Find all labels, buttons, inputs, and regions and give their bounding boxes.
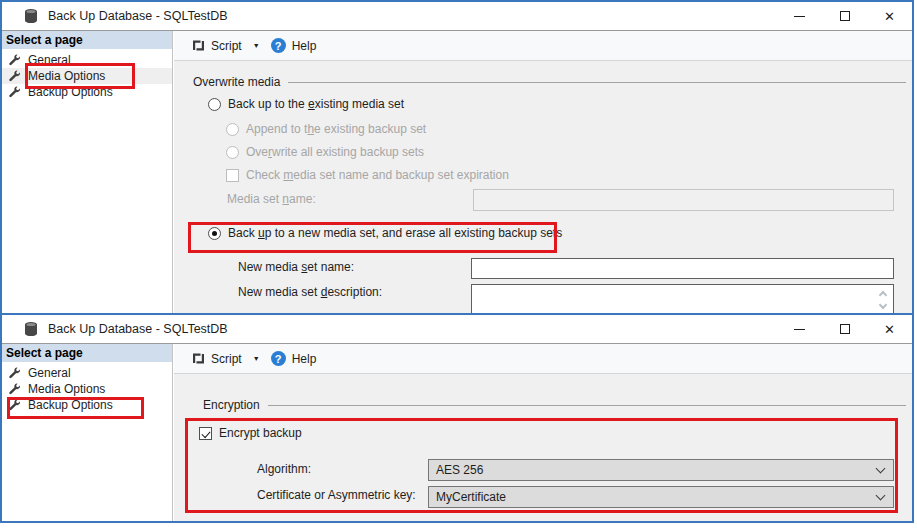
media-set-name-label: Media set name: (227, 191, 316, 207)
sidebar-item-media-options[interactable]: Media Options (2, 68, 172, 84)
radio-label: Append to the existing backup set (246, 122, 426, 136)
wrench-icon (9, 54, 21, 66)
sidebar-item-label: Backup Options (28, 85, 113, 99)
group-encryption: Encryption (203, 398, 906, 412)
radio-icon[interactable] (226, 146, 239, 159)
script-icon (192, 39, 205, 52)
checkbox-label: Encrypt backup (219, 426, 302, 440)
close-button[interactable]: ✕ (867, 2, 912, 30)
new-media-set-name-label: New media set name: (238, 259, 354, 275)
radio-label: Back up to the existing media set (228, 97, 404, 111)
sidebar-item-label: General (28, 53, 71, 67)
toolbar: Script ▼ ? Help (174, 344, 912, 374)
radio-icon[interactable] (226, 123, 239, 136)
window-title: Back Up Database - SQLTestDB (48, 322, 228, 336)
maximize-icon (840, 11, 850, 21)
radio-icon[interactable] (208, 227, 221, 240)
algorithm-select[interactable]: AES 256 (428, 459, 894, 481)
help-label: Help (292, 39, 317, 53)
sidebar-item-label: Media Options (28, 69, 105, 83)
sidebar-item-backup-options[interactable]: Backup Options (2, 397, 172, 413)
radio-label: Back up to a new media set, and erase al… (228, 226, 562, 240)
radio-backup-new-media-set[interactable]: Back up to a new media set, and erase al… (208, 225, 562, 241)
sidebar-item-general[interactable]: General (2, 365, 172, 381)
minimize-icon (794, 16, 805, 17)
database-icon (23, 321, 39, 337)
maximize-button[interactable] (822, 2, 867, 30)
window-title: Back Up Database - SQLTestDB (48, 9, 228, 23)
backup-options-panel: Script ▼ ? Help Encryption Encrypt backu… (174, 344, 912, 521)
minimize-icon (794, 329, 805, 330)
help-icon: ? (271, 38, 286, 53)
wrench-icon (9, 86, 21, 98)
group-label: Encryption (203, 398, 260, 412)
certificate-label: Certificate or Asymmetric key: (257, 487, 416, 503)
database-icon (23, 8, 39, 24)
scroll-up-icon[interactable] (878, 289, 888, 299)
script-button[interactable]: Script (187, 349, 247, 369)
new-media-set-name-input[interactable] (471, 258, 894, 279)
checkbox-icon[interactable] (199, 427, 212, 440)
new-media-set-description-label: New media set description: (238, 284, 382, 300)
close-icon: ✕ (884, 323, 895, 336)
maximize-icon (840, 324, 850, 334)
sidebar-item-backup-options[interactable]: Backup Options (2, 84, 172, 100)
chevron-down-icon (876, 464, 886, 474)
toolbar: Script ▼ ? Help (174, 31, 912, 61)
maximize-button[interactable] (822, 315, 867, 343)
group-rule (268, 405, 906, 406)
help-label: Help (292, 352, 317, 366)
wrench-icon (9, 383, 21, 395)
radio-label: Overwrite all existing backup sets (246, 145, 424, 159)
script-dropdown-arrow[interactable]: ▼ (247, 42, 266, 49)
close-button[interactable]: ✕ (867, 315, 912, 343)
script-button[interactable]: Script (187, 36, 247, 56)
radio-overwrite-all-backup-sets[interactable]: Overwrite all existing backup sets (226, 144, 424, 160)
backup-dialog-media-options: Back Up Database - SQLTestDB ✕ Select a … (0, 0, 914, 315)
sidebar-item-label: Media Options (28, 382, 105, 396)
algorithm-value: AES 256 (436, 463, 483, 477)
radio-append-to-existing-backup-set[interactable]: Append to the existing backup set (226, 121, 426, 137)
script-label: Script (211, 352, 242, 366)
checkbox-label: Check media set name and backup set expi… (246, 168, 509, 182)
wrench-icon (9, 70, 21, 82)
close-icon: ✕ (884, 10, 895, 23)
checkbox-encrypt-backup[interactable]: Encrypt backup (199, 425, 302, 441)
sidebar-item-label: Backup Options (28, 398, 113, 412)
scroll-down-icon[interactable] (878, 302, 888, 312)
sidebar-item-general[interactable]: General (2, 52, 172, 68)
radio-icon[interactable] (208, 98, 221, 111)
minimize-button[interactable] (777, 2, 822, 30)
help-button[interactable]: ? Help (266, 348, 322, 369)
sidebar-header: Select a page (2, 344, 172, 362)
checkbox-check-media-set-name[interactable]: Check media set name and backup set expi… (226, 167, 509, 183)
media-options-panel: Script ▼ ? Help Overwrite media Back up … (174, 31, 912, 315)
checkbox-icon[interactable] (226, 169, 239, 182)
script-label: Script (211, 39, 242, 53)
minimize-button[interactable] (777, 315, 822, 343)
group-overwrite-media: Overwrite media (193, 75, 906, 89)
radio-backup-existing-media-set[interactable]: Back up to the existing media set (208, 96, 404, 112)
titlebar[interactable]: Back Up Database - SQLTestDB ✕ (2, 2, 912, 31)
sidebar-item-label: General (28, 366, 71, 380)
backup-dialog-backup-options: Back Up Database - SQLTestDB ✕ Select a … (0, 313, 914, 523)
sidebar-header: Select a page (2, 31, 172, 49)
page-sidebar: Select a page General Media Options Back… (2, 31, 173, 315)
help-icon: ? (271, 351, 286, 366)
media-set-name-input (473, 189, 894, 211)
wrench-icon (9, 367, 21, 379)
script-dropdown-arrow[interactable]: ▼ (247, 355, 266, 362)
group-label: Overwrite media (193, 75, 280, 89)
help-button[interactable]: ? Help (266, 35, 322, 56)
certificate-value: MyCertificate (436, 490, 506, 504)
page-sidebar: Select a page General Media Options Back… (2, 344, 173, 521)
wrench-icon (9, 399, 21, 411)
sidebar-item-media-options[interactable]: Media Options (2, 381, 172, 397)
script-icon (192, 352, 205, 365)
new-media-set-description-input[interactable] (471, 284, 894, 315)
chevron-down-icon (876, 491, 886, 501)
certificate-select[interactable]: MyCertificate (428, 486, 894, 508)
titlebar[interactable]: Back Up Database - SQLTestDB ✕ (2, 315, 912, 344)
group-rule (288, 82, 906, 83)
algorithm-label: Algorithm: (257, 461, 311, 477)
